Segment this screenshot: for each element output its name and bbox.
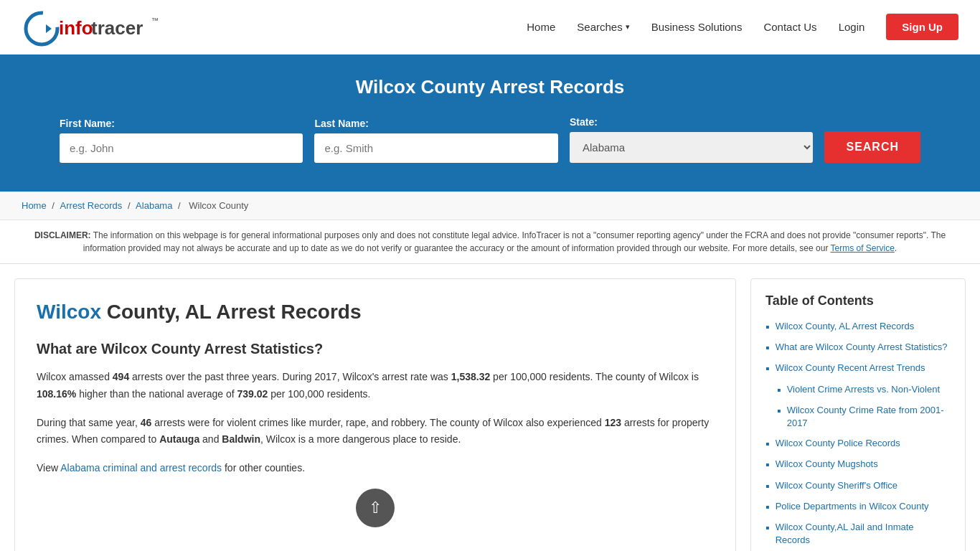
toc-bullet-8: ▪	[765, 500, 770, 514]
toc-bullet-6: ▪	[765, 458, 770, 471]
disclaimer-period: .	[895, 243, 897, 253]
last-name-label: Last Name:	[314, 118, 557, 129]
toc-bullet-4: ▪	[777, 404, 781, 418]
breadcrumb-arrest-records[interactable]: Arrest Records	[60, 200, 123, 211]
search-button[interactable]: SEARCH	[824, 131, 920, 163]
header: info tracer ™ Home Searches ▾ Business S…	[0, 0, 980, 55]
toc-bullet-1: ▪	[765, 341, 770, 354]
hero-section: Wilcox County Arrest Records First Name:…	[0, 55, 980, 192]
main-article: Wilcox County, AL Arrest Records What ar…	[14, 278, 736, 551]
p2-mid: arrests were for violent crimes like mur…	[151, 417, 604, 428]
nav-business-solutions[interactable]: Business Solutions	[651, 21, 743, 33]
searches-chevron-icon: ▾	[626, 22, 630, 32]
tos-link[interactable]: Terms of Service	[831, 243, 895, 253]
nav-home[interactable]: Home	[527, 21, 555, 33]
nav-searches-link[interactable]: Searches	[577, 21, 622, 33]
p2-property: 123	[605, 417, 621, 428]
article-title-highlight: Wilcox	[37, 301, 101, 323]
article-title-rest: County, AL Arrest Records	[101, 301, 362, 323]
logo[interactable]: info tracer ™	[22, 7, 165, 47]
toc-link-2[interactable]: Wilcox County Recent Arrest Trends	[776, 362, 925, 375]
toc-bullet-0: ▪	[765, 320, 770, 334]
p1-arrests: 494	[113, 371, 129, 382]
p1-mid3: higher than the national average of	[76, 388, 237, 400]
toc-link-0[interactable]: Wilcox County, AL Arrest Records	[776, 320, 915, 333]
content-area: Wilcox County, AL Arrest Records What ar…	[0, 264, 980, 551]
toc-link-4[interactable]: Wilcox County Crime Rate from 2001-2017	[787, 404, 951, 430]
last-name-input[interactable]	[314, 133, 557, 163]
p3-link[interactable]: Alabama criminal and arrest records	[60, 462, 222, 474]
article-paragraph2: During that same year, 46 arrests were f…	[37, 415, 714, 449]
toc-box: Table of Contents ▪ Wilcox County, AL Ar…	[750, 278, 966, 551]
breadcrumb-alabama[interactable]: Alabama	[136, 200, 172, 211]
nav-contact-us[interactable]: Contact Us	[763, 21, 816, 33]
first-name-input[interactable]	[60, 133, 303, 163]
article-section1-title: What are Wilcox County Arrest Statistics…	[37, 341, 714, 357]
login-button[interactable]: Login	[839, 21, 865, 33]
svg-marker-1	[46, 24, 52, 33]
toc-item-4: ▪ Wilcox County Crime Rate from 2001-201…	[777, 404, 951, 430]
state-select[interactable]: Alabama AlaskaArizonaArkansas California…	[570, 132, 813, 163]
p2-pre: During that same year,	[37, 417, 141, 428]
svg-text:tracer: tracer	[91, 17, 143, 39]
toc-bullet-7: ▪	[765, 479, 770, 493]
search-form: First Name: Last Name: State: Alabama Al…	[60, 116, 920, 163]
toc-item-5: ▪ Wilcox County Police Records	[765, 437, 951, 451]
toc-link-1[interactable]: What are Wilcox County Arrest Statistics…	[776, 341, 948, 354]
breadcrumb-home[interactable]: Home	[22, 200, 47, 211]
p1-end: per 100,000 residents.	[268, 388, 370, 400]
breadcrumb-sep2: /	[128, 200, 133, 211]
article-main-title: Wilcox County, AL Arrest Records	[37, 301, 714, 324]
article-paragraph3: View Alabama criminal and arrest records…	[37, 460, 714, 477]
toc-bullet-9: ▪	[765, 521, 770, 534]
p1-pct: 108.16%	[37, 388, 76, 400]
toc-bullet-3: ▪	[777, 383, 781, 397]
breadcrumb: Home / Arrest Records / Alabama / Wilcox…	[0, 192, 980, 220]
toc-item-1: ▪ What are Wilcox County Arrest Statisti…	[765, 341, 951, 354]
p1-rate: 1,538.32	[451, 371, 491, 382]
state-label: State:	[570, 116, 813, 128]
toc-list: ▪ Wilcox County, AL Arrest Records ▪ Wha…	[765, 320, 951, 551]
breadcrumb-sep3: /	[178, 200, 183, 211]
p2-city1: Autauga	[159, 433, 199, 445]
toc-item-2: ▪ Wilcox County Recent Arrest Trends	[765, 362, 951, 375]
breadcrumb-wilcox-county: Wilcox County	[189, 200, 248, 211]
toc-item-7: ▪ Wilcox County Sheriff's Office	[765, 479, 951, 493]
disclaimer-text: The information on this webpage is for g…	[83, 230, 946, 253]
last-name-group: Last Name:	[314, 118, 557, 163]
p2-city2: Baldwin	[222, 433, 260, 445]
article-paragraph1: Wilcox amassed 494 arrests over the past…	[37, 369, 714, 403]
breadcrumb-sep1: /	[52, 200, 57, 211]
toc-bullet-2: ▪	[765, 362, 770, 375]
toc-link-6[interactable]: Wilcox County Mugshots	[776, 458, 878, 471]
sidebar: Table of Contents ▪ Wilcox County, AL Ar…	[750, 278, 966, 551]
toc-link-7[interactable]: Wilcox County Sheriff's Office	[776, 479, 897, 492]
scroll-top-area: ⇧	[37, 489, 714, 527]
nav-searches-dropdown[interactable]: Searches ▾	[577, 21, 629, 33]
disclaimer-bar: DISCLAIMER: The information on this webp…	[0, 220, 980, 264]
toc-link-9[interactable]: Wilcox County,AL Jail and Inmate Records	[776, 521, 951, 547]
disclaimer-label: DISCLAIMER:	[34, 230, 91, 240]
toc-item-3: ▪ Violent Crime Arrests vs. Non-Violent	[777, 383, 951, 397]
svg-text:info: info	[59, 17, 93, 39]
p1-pre: Wilcox amassed	[37, 371, 113, 382]
scroll-top-button[interactable]: ⇧	[356, 489, 395, 527]
svg-text:™: ™	[151, 17, 159, 24]
toc-link-8[interactable]: Police Departments in Wilcox County	[776, 500, 929, 513]
hero-title: Wilcox County Arrest Records	[29, 76, 951, 98]
toc-link-5[interactable]: Wilcox County Police Records	[776, 437, 900, 450]
main-nav: Home Searches ▾ Business Solutions Conta…	[527, 14, 958, 40]
p1-national: 739.02	[237, 388, 268, 400]
p3-end: for other counties.	[222, 462, 305, 474]
toc-item-8: ▪ Police Departments in Wilcox County	[765, 500, 951, 514]
p1-mid2: per 100,000 residents. The county of Wil…	[490, 371, 699, 382]
p2-violent: 46	[141, 417, 152, 428]
p2-end: , Wilcox is a more dangerous place to re…	[260, 433, 461, 445]
signup-button[interactable]: Sign Up	[886, 14, 958, 40]
toc-bullet-5: ▪	[765, 437, 770, 451]
p1-mid1: arrests over the past three years. Durin…	[129, 371, 451, 382]
toc-link-3[interactable]: Violent Crime Arrests vs. Non-Violent	[787, 383, 940, 396]
state-group: State: Alabama AlaskaArizonaArkansas Cal…	[570, 116, 813, 163]
first-name-label: First Name:	[60, 118, 303, 129]
p3-pre: View	[37, 462, 60, 474]
